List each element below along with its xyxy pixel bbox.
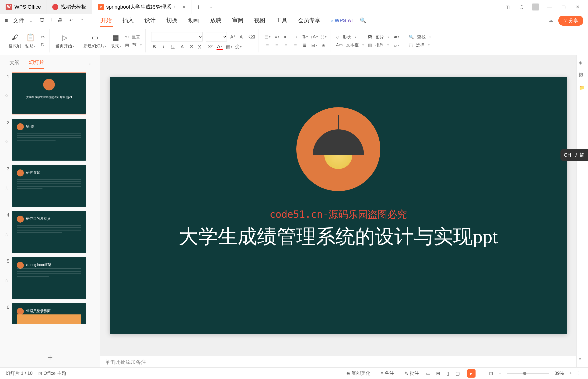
bold-icon[interactable]: B <box>151 44 157 50</box>
beautify-button[interactable]: ⊕智能美化⌄ <box>346 370 375 377</box>
subscript-icon[interactable]: X² <box>207 44 213 50</box>
reading-view-icon[interactable]: ▯ <box>444 370 452 377</box>
tab-document[interactable]: P springboot大学生成绩管理系 ▫ ✕ <box>92 0 192 14</box>
star-icon[interactable]: ☆ <box>5 232 9 237</box>
reset-button[interactable]: ⟲重置 <box>125 34 142 40</box>
font-family-select[interactable] <box>151 32 202 42</box>
cube-icon[interactable]: ⬡ <box>518 3 525 11</box>
close-tab-icon[interactable]: ✕ <box>182 4 186 10</box>
theme-button[interactable]: ⊡Office 主题⌄ <box>38 370 71 377</box>
align-center-icon[interactable]: ≡ <box>274 42 280 48</box>
tab-tools[interactable]: 工具 <box>275 14 288 27</box>
picture-button[interactable]: 🖼图片 <box>368 34 389 40</box>
shape-button[interactable]: ◇形状 <box>336 34 364 40</box>
strike-icon[interactable]: S <box>188 44 195 50</box>
cut-icon[interactable]: ✂ <box>40 34 46 40</box>
avatar-icon[interactable] <box>532 3 539 11</box>
zoom-out-button[interactable]: − <box>499 371 502 376</box>
superscript-icon[interactable]: X⁻ <box>198 44 204 50</box>
zoom-in-button[interactable]: + <box>569 371 572 376</box>
font-color-icon[interactable]: A <box>217 44 223 50</box>
increase-font-icon[interactable]: A⁺ <box>230 34 236 40</box>
paste-button[interactable]: 📋 粘贴 <box>25 33 35 49</box>
star-icon[interactable]: ☆ <box>5 93 9 98</box>
tab-view[interactable]: 视图 <box>253 14 266 27</box>
notes-toggle[interactable]: ≡备注⌄ <box>381 370 399 377</box>
tab-wps-office[interactable]: W WPS Office <box>0 0 47 14</box>
tab-design[interactable]: 设计 <box>144 14 157 27</box>
decrease-indent-icon[interactable]: ⇤ <box>283 34 289 40</box>
slide-title-text[interactable]: 大学生成绩管理系统的设计与实现ppt <box>110 223 567 250</box>
find-button[interactable]: 🔍查找 <box>409 34 431 40</box>
outline-tab[interactable]: 大纲 <box>9 59 20 68</box>
shadow-icon[interactable]: A <box>179 44 185 50</box>
tab-animation[interactable]: 动画 <box>187 14 201 27</box>
star-icon[interactable]: ☆ <box>5 278 9 283</box>
print-icon[interactable]: 🖶 <box>58 17 64 24</box>
collapse-panel-icon[interactable]: ‹ <box>89 61 91 67</box>
close-window-button[interactable]: ✕ <box>574 3 581 11</box>
change-case-icon[interactable]: 变 <box>235 44 241 50</box>
line-spacing-icon[interactable]: ⇅ <box>302 34 308 40</box>
zoom-level[interactable]: 89% <box>554 371 564 376</box>
add-slide-button[interactable]: + <box>0 347 100 367</box>
slide-canvas[interactable]: code51.cn-源码乐园盗图必究 大学生成绩管理系统的设计与实现ppt <box>100 55 576 356</box>
columns-icon[interactable]: ☷ <box>320 34 326 40</box>
clear-format-icon[interactable]: ⌫ <box>249 34 255 40</box>
format-brush-button[interactable]: 🖌 格式刷 <box>8 33 21 49</box>
hamburger-icon[interactable]: ≡ <box>5 17 8 24</box>
thumbnail-slide-3[interactable]: 研究背景 <box>12 165 86 207</box>
layout-button[interactable]: ▦ 版式 <box>111 33 121 49</box>
section-button[interactable]: ▤节 <box>125 42 142 48</box>
search-icon[interactable]: 🔍 <box>360 17 366 24</box>
underline-icon[interactable]: U <box>170 44 176 50</box>
convert-smartart-icon[interactable]: ⊞ <box>320 42 326 48</box>
current-slide[interactable]: code51.cn-源码乐园盗图必究 大学生成绩管理系统的设计与实现ppt <box>110 77 567 334</box>
save-icon[interactable]: 🖫 <box>39 17 46 24</box>
diamond-tool-icon[interactable]: ◈ <box>579 60 586 67</box>
zoom-handle[interactable] <box>523 372 526 375</box>
text-direction-icon[interactable]: ↕A <box>311 34 317 40</box>
thumbnail-slide-4[interactable]: 研究目的及意义 <box>12 211 86 253</box>
italic-icon[interactable]: I <box>161 44 167 50</box>
comments-toggle[interactable]: ✎批注 <box>404 370 419 377</box>
new-slide-button[interactable]: ▭ 新建幻灯片 <box>84 33 106 49</box>
bullets-icon[interactable]: ☰ <box>264 34 270 40</box>
tab-dropdown[interactable]: ⌄ <box>205 5 218 9</box>
slides-tab[interactable]: 幻灯片 <box>29 59 44 69</box>
thumbnail-slide-2[interactable]: 摘 要 <box>12 119 86 161</box>
align-left-icon[interactable]: ≡ <box>264 42 270 48</box>
multiwin-icon[interactable]: ◫ <box>504 3 511 11</box>
shape-outline-icon[interactable]: ▱ <box>393 42 399 48</box>
highlight-icon[interactable]: ▨ <box>226 44 232 50</box>
copy-icon[interactable]: ⎘ <box>40 42 46 48</box>
arrange-button[interactable]: ▥排列 <box>368 42 389 48</box>
minimize-button[interactable]: — <box>546 3 553 11</box>
tab-transition[interactable]: 切换 <box>166 14 179 27</box>
settings-icon[interactable]: ⊡ <box>489 371 493 376</box>
increase-indent-icon[interactable]: ⇥ <box>292 34 298 40</box>
tab-insert[interactable]: 插入 <box>122 14 135 27</box>
zoom-slider[interactable] <box>507 373 549 374</box>
tab-start[interactable]: 开始 <box>100 14 113 27</box>
textbox-button[interactable]: A▭文本框 <box>336 42 364 48</box>
folder-tool-icon[interactable]: 📁 <box>579 85 586 92</box>
image-tool-icon[interactable]: 🖼 <box>579 72 586 79</box>
tab-slideshow[interactable]: 放映 <box>209 14 222 27</box>
thumbnail-slide-6[interactable]: 管理员登录界面 <box>12 303 86 324</box>
undo-icon[interactable]: ↶ <box>69 17 75 24</box>
cloud-upload-icon[interactable]: ☁ <box>548 17 554 24</box>
star-icon[interactable]: ☆ <box>5 186 9 191</box>
tab-member[interactable]: 会员专享 <box>297 14 321 27</box>
select-button[interactable]: ⬚选择 <box>409 42 431 48</box>
thumbnail-slide-5[interactable]: Spring boot框架 <box>12 257 86 299</box>
thumbnail-slide-1[interactable]: 大学生成绩管理系统的设计与实现ppt <box>12 73 86 114</box>
wps-ai-button[interactable]: ⟐ WPS AI <box>331 17 353 24</box>
justify-icon[interactable]: ≡ <box>292 42 298 48</box>
slideshow-play-button[interactable]: ▸ <box>467 369 475 378</box>
sorter-view-icon[interactable]: ⊞ <box>435 370 442 377</box>
start-from-current-button[interactable]: ▷ 当页开始 <box>55 33 74 49</box>
shape-fill-icon[interactable]: ▰ <box>393 34 399 40</box>
star-icon[interactable]: ☆ <box>5 139 9 144</box>
notes-input[interactable]: 单击此处添加备注 <box>100 356 576 367</box>
